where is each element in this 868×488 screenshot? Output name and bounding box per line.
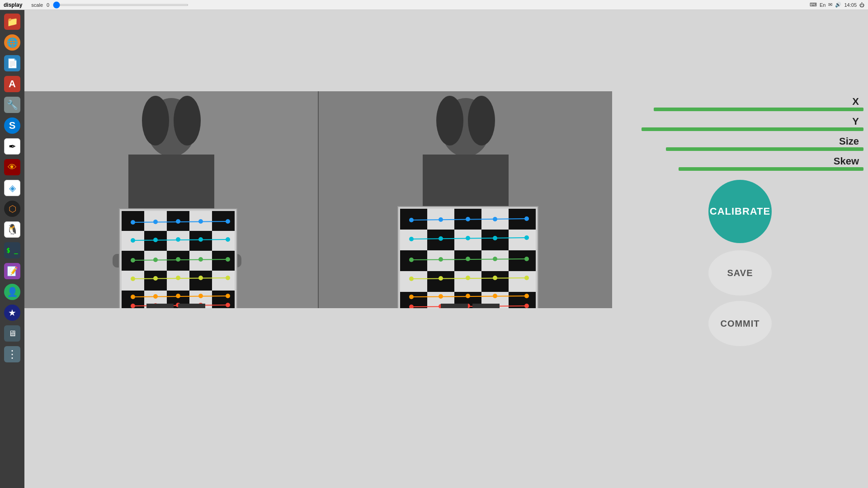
script-icon: 📝	[7, 266, 18, 277]
svg-point-91	[466, 236, 470, 240]
scale-area: scale 0	[31, 2, 810, 8]
sidebar-item-inkscape[interactable]: ✒	[2, 136, 22, 156]
files-icon: 📁	[7, 16, 18, 27]
clock: 14:05	[844, 2, 857, 8]
svg-point-108	[439, 294, 443, 299]
sidebar-item-app6[interactable]: 👁	[2, 157, 22, 177]
svg-rect-119	[472, 304, 500, 308]
save-button[interactable]: SAVE	[708, 250, 772, 296]
svg-point-50	[198, 294, 203, 298]
more-icon: ⋮	[7, 348, 18, 361]
svg-rect-118	[441, 304, 468, 308]
svg-point-31	[176, 237, 180, 242]
svg-point-53	[131, 304, 135, 308]
param-y-label: Y	[852, 116, 859, 127]
svg-point-39	[226, 257, 230, 262]
svg-point-32	[198, 237, 203, 242]
svg-point-89	[409, 237, 414, 241]
svg-point-99	[524, 257, 529, 261]
svg-point-105	[524, 276, 529, 280]
svg-point-29	[131, 238, 135, 243]
svg-point-95	[409, 258, 414, 262]
svg-point-3	[142, 96, 169, 145]
browser-icon: 🌐	[7, 37, 18, 48]
app6-icon: 👁	[8, 162, 17, 173]
svg-rect-59	[178, 304, 205, 308]
right-camera-view	[319, 91, 612, 308]
sidebar-item-penguin[interactable]: 🐧	[2, 220, 22, 239]
keyboard-icon: ⌨	[810, 2, 817, 8]
svg-point-51	[226, 294, 230, 298]
svg-point-48	[153, 294, 158, 299]
sidebar-item-star[interactable]: ★	[2, 303, 22, 323]
param-size-row: Size	[617, 136, 863, 155]
writer-icon: 📄	[7, 58, 18, 69]
commit-button[interactable]: COMMIT	[708, 301, 772, 346]
svg-point-47	[131, 295, 135, 299]
svg-point-49	[176, 294, 180, 298]
blender-icon: ⬡	[9, 203, 16, 214]
scale-slider[interactable]	[53, 4, 189, 6]
sidebar-item-writer[interactable]: 📄	[2, 53, 22, 73]
svg-point-92	[493, 236, 497, 240]
svg-point-45	[226, 276, 230, 280]
param-x-row: X	[617, 96, 863, 115]
svg-point-83	[409, 218, 414, 222]
monitor-icon: 🖥	[8, 329, 16, 338]
svg-point-57	[226, 303, 230, 307]
sidebar-item-browser[interactable]: 🌐	[2, 33, 22, 52]
svg-point-25	[176, 219, 180, 224]
sidebar-item-tools[interactable]: 🔧	[2, 95, 22, 115]
param-skew-label: Skew	[834, 155, 859, 167]
svg-point-26	[198, 219, 203, 224]
svg-rect-79	[400, 292, 427, 308]
svg-point-43	[176, 276, 180, 280]
left-camera-view	[24, 91, 319, 308]
sidebar-item-user[interactable]: 👤	[2, 282, 22, 302]
svg-point-37	[176, 257, 180, 262]
svg-rect-58	[146, 304, 174, 308]
svg-point-35	[131, 258, 135, 263]
tools-icon: 🔧	[7, 99, 18, 110]
sidebar-item-blender[interactable]: ⬡	[2, 199, 22, 219]
svg-rect-69	[400, 209, 427, 230]
svg-point-98	[493, 257, 497, 261]
svg-point-110	[493, 294, 497, 298]
terminal-icon: $ _	[6, 247, 18, 254]
scale-label: scale	[31, 2, 43, 8]
svg-point-96	[439, 257, 443, 262]
param-y-row: Y	[617, 116, 863, 135]
svg-point-102	[439, 276, 443, 281]
star-icon: ★	[8, 307, 16, 318]
param-x-label: X	[852, 96, 859, 108]
svg-point-101	[409, 277, 414, 281]
svg-point-4	[174, 96, 201, 145]
sidebar-item-vector[interactable]: ◈	[2, 178, 22, 198]
param-x-bar	[654, 108, 863, 111]
topbar: display scale 0 ⌨ En ✉ 🔊 14:05 ⏻	[0, 0, 868, 10]
main-area: X Y Size Skew CALIBRATE	[24, 10, 868, 488]
svg-point-64	[468, 96, 495, 145]
system-tray: ⌨ En ✉ 🔊 14:05 ⏻	[810, 2, 864, 8]
svg-point-63	[436, 96, 463, 145]
svg-point-103	[466, 276, 470, 280]
calibrate-button[interactable]: CALIBRATE	[708, 180, 772, 243]
sidebar-item-texteditor[interactable]: A	[2, 74, 22, 94]
svg-point-107	[409, 295, 414, 299]
camera-area	[24, 91, 612, 308]
svg-point-93	[524, 235, 529, 240]
svg-point-87	[524, 216, 529, 221]
svg-point-104	[493, 276, 497, 280]
svg-point-86	[493, 217, 497, 221]
svg-point-24	[153, 220, 158, 224]
svg-point-117	[524, 304, 529, 308]
svg-point-97	[466, 257, 470, 261]
param-size-label: Size	[839, 136, 859, 147]
sidebar-item-terminal[interactable]: $ _	[2, 240, 22, 260]
sidebar-item-skype[interactable]: S	[2, 116, 22, 136]
sidebar-item-monitor[interactable]: 🖥	[2, 324, 22, 343]
sidebar-item-files[interactable]: 📁	[2, 12, 22, 32]
sidebar-item-more[interactable]: ⋮	[2, 344, 22, 364]
sidebar-item-script[interactable]: 📝	[2, 261, 22, 281]
inkscape-icon: ✒	[9, 141, 16, 152]
